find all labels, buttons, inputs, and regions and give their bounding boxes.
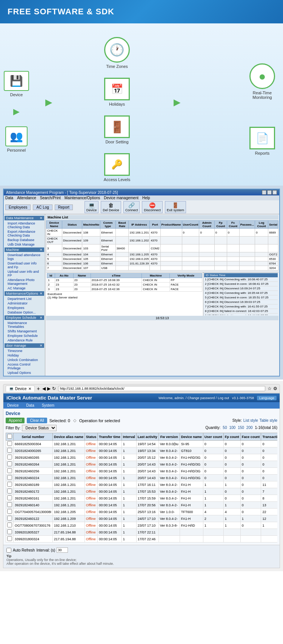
table-row: 3399201805327217.65.194.88Offline00:00:1…: [6, 529, 278, 536]
nav-data[interactable]: Data: [23, 402, 38, 409]
row-checkbox[interactable]: [7, 455, 12, 460]
browser-tab[interactable]: 💻 Device ✕: [6, 386, 35, 392]
language-btn[interactable]: Language: [257, 396, 277, 400]
refresh-btn[interactable]: ↻: [52, 386, 56, 391]
sidebar-dept[interactable]: Department List: [5, 297, 44, 301]
col-interval: Interval: [122, 433, 136, 441]
tab-ac-log[interactable]: AC Log: [33, 204, 52, 210]
url-bar[interactable]: [58, 386, 265, 391]
clear-all-btn[interactable]: Clear All: [27, 418, 47, 423]
sidebar-section-maintenance[interactable]: Maintenance/Options✕: [5, 291, 44, 296]
sidebar-upload-opt[interactable]: Upload Options: [5, 370, 44, 375]
device-label: Device: [10, 92, 23, 97]
menu-attendance[interactable]: Attendance: [17, 196, 36, 200]
menu-device[interactable]: Device management: [104, 196, 138, 200]
qty-150[interactable]: 150: [238, 426, 244, 430]
row-checkbox[interactable]: [7, 495, 12, 500]
sidebar-holiday[interactable]: Holiday: [5, 353, 44, 358]
sidebar-shifts[interactable]: Shifts Management: [5, 329, 44, 334]
sidebar-photo[interactable]: Attendance Photo Management: [5, 278, 44, 286]
sidebar-timetables[interactable]: Maintenance Timetables: [5, 321, 44, 329]
row-checkbox[interactable]: [7, 475, 12, 480]
sidebar-section-schedule[interactable]: Employee Schedule✕: [5, 315, 44, 320]
select-all-checkbox[interactable]: [7, 434, 12, 439]
web-content: Device Append Clear All Selected: 0 ◇ Op…: [3, 409, 280, 545]
btn-disconnect[interactable]: ⛔Disconnect: [142, 201, 163, 213]
back-btn[interactable]: ◀: [42, 386, 46, 391]
sidebar-download-user[interactable]: Download user info and Fp: [5, 261, 44, 269]
sidebar-admin[interactable]: Administrator: [5, 301, 44, 306]
star-icon[interactable]: ☆: [268, 386, 272, 391]
close-btn[interactable]: ✕: [272, 190, 277, 195]
qty-label: Quantity:: [205, 426, 220, 430]
sidebar-export[interactable]: Export Attendance Checking Data: [5, 229, 44, 238]
tip-text: Operations, Usually only for the on-line…: [6, 558, 114, 566]
list-style-btn[interactable]: List style: [243, 418, 258, 423]
sidebar-backup[interactable]: Backup Database: [5, 238, 44, 242]
row-checkbox[interactable]: [7, 516, 12, 521]
row-checkbox[interactable]: [7, 461, 12, 466]
forward-btn[interactable]: ▶: [47, 386, 51, 391]
tab-employees[interactable]: Employees: [5, 204, 31, 210]
sidebar-ac-manage[interactable]: AC Manage: [5, 286, 44, 290]
row-checkbox[interactable]: [7, 536, 12, 541]
menu-data[interactable]: Data: [5, 196, 13, 200]
nav-device[interactable]: Device: [3, 402, 23, 409]
sidebar-emp-schedule[interactable]: Employee Schedule: [5, 334, 44, 338]
sidebar-section-door[interactable]: door manage✕: [5, 343, 44, 348]
row-checkbox[interactable]: [7, 448, 12, 453]
tab-report[interactable]: Report: [55, 204, 73, 210]
att-event-panel: ID Status Time 1 [CHECK IN] Connecting w…: [203, 272, 278, 316]
sidebar-db-option[interactable]: Database Option...: [5, 310, 44, 315]
sidebar-section-data-maintenance[interactable]: Data Maintenance✕: [5, 216, 44, 220]
btn-del-device[interactable]: 🗑Del Device: [101, 201, 121, 213]
window-buttons[interactable]: _ □ ✕: [262, 190, 277, 195]
table-style-btn[interactable]: Table style: [260, 418, 277, 423]
qty-50[interactable]: 50: [223, 426, 227, 430]
sidebar-download-log[interactable]: Download attendance logs: [5, 253, 44, 261]
sidebar-access-ctrl[interactable]: Access Control Privilege: [5, 362, 44, 370]
btn-connect[interactable]: 🔗Connect: [123, 201, 140, 213]
qty-100[interactable]: 100: [229, 426, 235, 430]
tab-close-icon[interactable]: ✕: [28, 387, 31, 391]
btn-device[interactable]: 💻Device: [85, 201, 99, 213]
nav-system[interactable]: System: [38, 402, 58, 409]
sidebar-employees[interactable]: Employees: [5, 306, 44, 310]
sidebar-timezone[interactable]: Timezone: [5, 349, 44, 353]
row-checkbox[interactable]: [7, 468, 12, 473]
machine-table-container[interactable]: Device Name Status MachineNo Comm type B…: [46, 220, 278, 271]
menu-help[interactable]: Help: [142, 196, 150, 200]
row-checkbox[interactable]: [7, 502, 12, 507]
col-serial-num: Serial number: [14, 433, 53, 441]
maximize-btn[interactable]: □: [267, 190, 272, 195]
row-checkbox[interactable]: [7, 441, 12, 446]
row-checkbox[interactable]: [7, 509, 12, 514]
append-btn[interactable]: Append: [6, 418, 25, 423]
sidebar-upload-user[interactable]: Upload user info and FP: [5, 269, 44, 278]
row-checkbox[interactable]: [7, 523, 12, 527]
interval-input[interactable]: [57, 547, 68, 553]
row-checkbox[interactable]: [7, 529, 12, 534]
arrow-left: ▶: [45, 97, 52, 108]
qty-200[interactable]: 200: [246, 426, 253, 430]
row-checkbox[interactable]: [7, 482, 12, 487]
sidebar-unlock[interactable]: Unlock Combination: [5, 358, 44, 362]
filter-select[interactable]: Device Status: [22, 425, 57, 431]
sidebar-att-rule[interactable]: Attendance Rule: [5, 338, 44, 343]
device-table-container[interactable]: Serial number Device alias name Status T…: [6, 433, 277, 543]
settings-icon[interactable]: ⚙: [273, 386, 277, 391]
menu-search[interactable]: Search/Print: [40, 196, 61, 200]
auto-refresh-checkbox[interactable]: [6, 548, 11, 553]
col-fp-count: Fp count: [223, 433, 240, 441]
minimize-btn[interactable]: _: [262, 190, 266, 195]
row-checkbox[interactable]: [7, 489, 12, 493]
sidebar-section-machine[interactable]: Machine✕: [5, 247, 44, 252]
col-transfer: Transfer time: [98, 433, 122, 441]
menu-maintenance[interactable]: Maintenance/Options: [65, 196, 100, 200]
sidebar-udb[interactable]: Udb Disk Manage: [5, 242, 44, 247]
log-col-name: Name: [73, 274, 91, 278]
web-toolbar-row2: Filter By: Device Status Quantity: 50 10…: [6, 425, 277, 431]
new-tab-btn[interactable]: +: [37, 386, 40, 392]
sidebar-import[interactable]: Import Attendance Checking Data: [5, 221, 44, 229]
btn-exit[interactable]: 🚪Exit system: [165, 201, 186, 213]
